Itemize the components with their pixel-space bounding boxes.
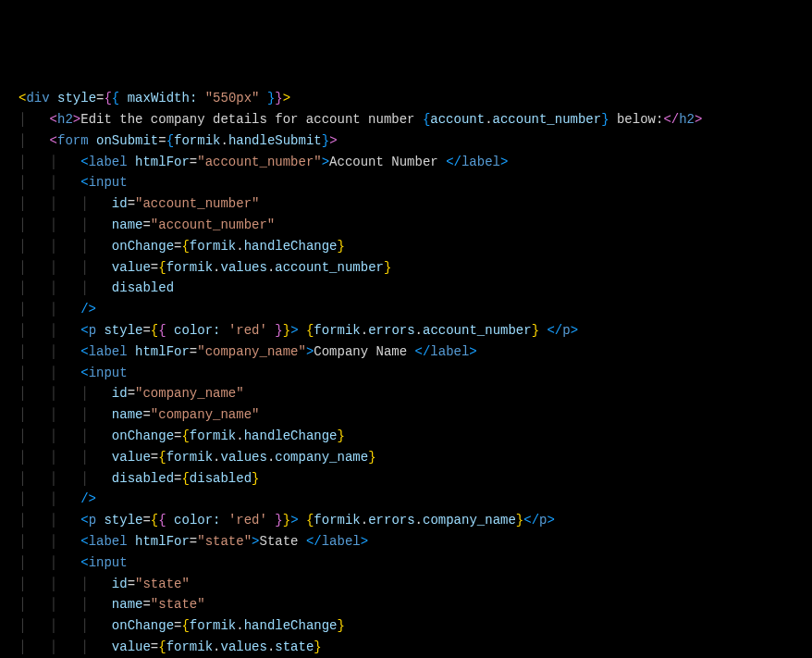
code-line[interactable]: │ │ <input [18, 552, 812, 574]
code-line[interactable]: │ │ │ value={formik.values.state} [18, 637, 812, 658]
code-editor[interactable]: <div style={{ maxWidth: "550px" }}>│ <h2… [0, 84, 812, 658]
code-line[interactable]: │ │ │ value={formik.values.account_numbe… [18, 257, 812, 279]
code-line[interactable]: │ │ │ onChange={formik.handleChange} [18, 236, 812, 257]
code-line[interactable]: │ <h2>Edit the company details for accou… [18, 109, 812, 130]
code-line[interactable]: │ │ │ id="account_number" [18, 193, 812, 215]
code-line[interactable]: │ │ │ value={formik.values.company_name} [18, 447, 812, 468]
code-line[interactable]: │ │ │ id="company_name" [18, 383, 812, 404]
code-line[interactable]: <div style={{ maxWidth: "550px" }}> [18, 88, 812, 109]
code-line[interactable]: │ │ │ name="account_number" [18, 215, 812, 236]
code-line[interactable]: │ │ <input [18, 172, 812, 193]
code-line[interactable]: │ │ │ onChange={formik.handleChange} [18, 615, 812, 637]
code-line[interactable]: │ │ /> [18, 489, 812, 510]
code-line[interactable]: │ │ /> [18, 299, 812, 320]
code-line[interactable]: │ <form onSubmit={formik.handleSubmit}> [18, 130, 812, 152]
code-line[interactable]: │ │ <p style={{ color: 'red' }}> {formik… [18, 320, 812, 341]
code-line[interactable]: │ │ │ name="company_name" [18, 404, 812, 426]
code-line[interactable]: │ │ <label htmlFor="company_name">Compan… [18, 341, 812, 363]
code-line[interactable]: │ │ <label htmlFor="state">State </label… [18, 531, 812, 552]
code-line[interactable]: │ │ <label htmlFor="account_number">Acco… [18, 152, 812, 173]
code-line[interactable]: │ │ │ name="state" [18, 594, 812, 615]
code-line[interactable]: │ │ │ id="state" [18, 574, 812, 595]
code-line[interactable]: │ │ │ disabled={disabled} [18, 468, 812, 490]
code-line[interactable]: │ │ <input [18, 363, 812, 384]
code-line[interactable]: │ │ <p style={{ color: 'red' }}> {formik… [18, 510, 812, 531]
code-line[interactable]: │ │ │ onChange={formik.handleChange} [18, 426, 812, 447]
code-line[interactable]: │ │ │ disabled [18, 278, 812, 299]
